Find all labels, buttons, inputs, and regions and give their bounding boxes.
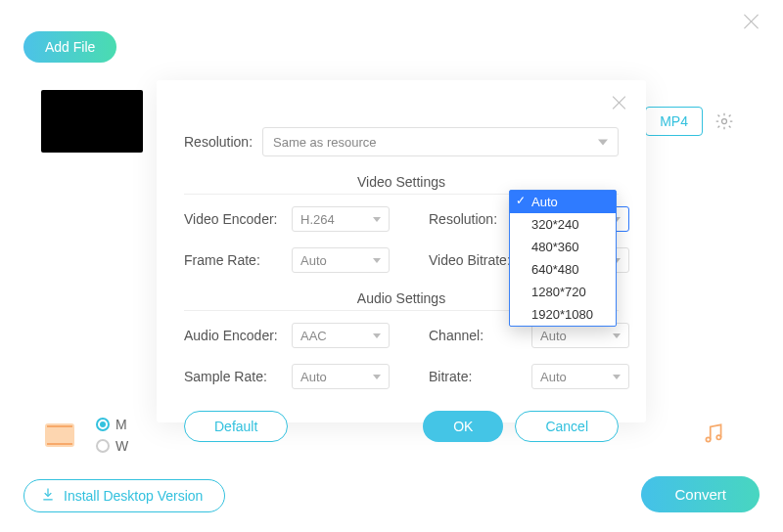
- chevron-down-icon: [598, 140, 608, 146]
- audio-encoder-value: AAC: [300, 329, 327, 343]
- profile-resolution-row: Resolution: Same as resource: [184, 127, 619, 156]
- add-file-button[interactable]: Add File: [23, 31, 116, 63]
- radio-label: W: [115, 438, 128, 454]
- radio-icon: [96, 439, 110, 453]
- resolution-option[interactable]: Auto: [510, 191, 616, 213]
- sample-rate-label: Sample Rate:: [184, 369, 292, 384]
- format-radio-1[interactable]: M: [96, 417, 128, 432]
- gear-icon[interactable]: [714, 111, 734, 131]
- resolution-option[interactable]: 1920*1080: [510, 303, 616, 326]
- chevron-down-icon: [373, 375, 381, 379]
- close-icon[interactable]: [611, 94, 628, 111]
- install-desktop-label: Install Desktop Version: [64, 488, 203, 504]
- frame-rate-select[interactable]: Auto: [292, 247, 390, 273]
- chevron-down-icon: [613, 375, 621, 379]
- profile-resolution-value: Same as resource: [273, 135, 377, 150]
- resolution-option[interactable]: 320*240: [510, 213, 616, 236]
- audio-bitrate-value: Auto: [540, 370, 567, 384]
- chevron-down-icon: [373, 333, 381, 338]
- convert-button[interactable]: Convert: [641, 476, 760, 512]
- profile-resolution-select[interactable]: Same as resource: [262, 127, 619, 156]
- resolution-dropdown-list[interactable]: Auto 320*240 480*360 640*480 1280*720 19…: [509, 190, 617, 327]
- chevron-down-icon: [613, 333, 621, 338]
- channel-value: Auto: [540, 329, 567, 343]
- ok-button[interactable]: OK: [423, 411, 503, 442]
- radio-icon: [96, 418, 110, 431]
- audio-bitrate-label: Bitrate:: [429, 369, 531, 384]
- output-format-button[interactable]: MP4: [645, 107, 703, 136]
- cancel-button[interactable]: Cancel: [515, 411, 619, 442]
- film-icon: [45, 423, 74, 447]
- svg-point-2: [716, 435, 720, 439]
- chevron-down-icon: [373, 258, 381, 263]
- music-icon: [701, 421, 726, 450]
- frame-rate-value: Auto: [300, 253, 327, 268]
- frame-rate-label: Frame Rate:: [184, 252, 292, 268]
- audio-encoder-label: Audio Encoder:: [184, 328, 292, 343]
- resolution-option[interactable]: 1280*720: [510, 281, 616, 303]
- svg-point-1: [706, 437, 710, 441]
- svg-point-0: [722, 119, 727, 124]
- dialog-button-row: Default OK Cancel: [184, 411, 619, 442]
- format-radio-2[interactable]: W: [96, 438, 128, 454]
- install-desktop-button[interactable]: Install Desktop Version: [23, 479, 225, 512]
- download-icon: [40, 487, 56, 506]
- video-encoder-label: Video Encoder:: [184, 211, 292, 227]
- sample-rate-value: Auto: [300, 370, 327, 384]
- radio-label: M: [115, 417, 127, 432]
- audio-settings-grid: Audio Encoder: AAC Channel: Auto Sample …: [184, 323, 619, 389]
- format-radio-group: M W: [96, 417, 128, 454]
- resolution-option[interactable]: 640*480: [510, 258, 616, 281]
- profile-resolution-label: Resolution:: [184, 134, 262, 150]
- chevron-down-icon: [373, 217, 381, 222]
- app-close-icon[interactable]: [740, 10, 763, 33]
- sample-rate-select[interactable]: Auto: [292, 364, 390, 389]
- resolution-option[interactable]: 480*360: [510, 236, 616, 258]
- audio-encoder-select[interactable]: AAC: [292, 323, 390, 348]
- channel-label: Channel:: [429, 328, 531, 343]
- file-thumbnail[interactable]: [41, 90, 143, 153]
- default-button[interactable]: Default: [184, 411, 288, 442]
- video-settings-title: Video Settings: [184, 174, 619, 190]
- audio-bitrate-select[interactable]: Auto: [531, 364, 629, 389]
- video-encoder-value: H.264: [300, 212, 335, 227]
- video-encoder-select[interactable]: H.264: [292, 206, 390, 232]
